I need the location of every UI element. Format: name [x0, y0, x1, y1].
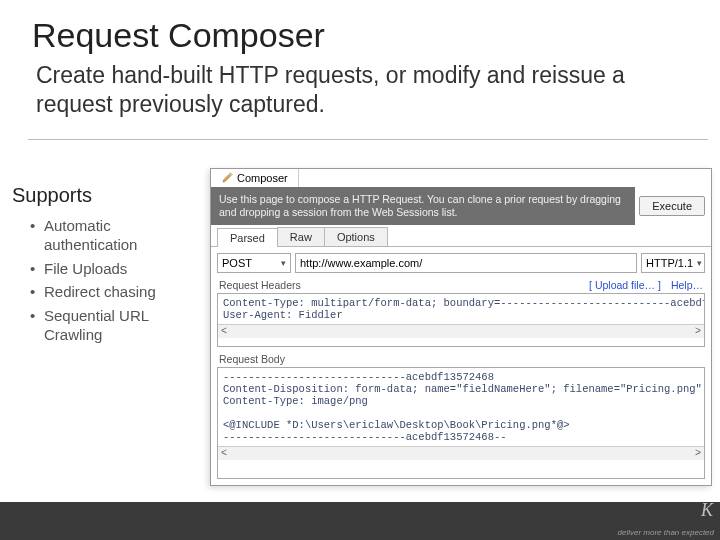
brand-mark-icon: K — [701, 500, 713, 521]
request-body-box[interactable]: -----------------------------acebdf13572… — [217, 367, 705, 479]
footer-bar: K deliver more than expected — [0, 502, 720, 540]
supports-heading: Supports — [12, 184, 202, 207]
composer-panel: Composer Use this page to compose a HTTP… — [210, 168, 712, 486]
divider — [28, 139, 708, 140]
hint-row: Use this page to compose a HTTP Request.… — [211, 187, 711, 225]
http-protocol-select[interactable]: HTTP/1.1 ▾ — [641, 253, 705, 273]
composer-tabstrip: Composer — [211, 169, 711, 187]
http-method-value: POST — [222, 257, 252, 269]
tab-options[interactable]: Options — [324, 227, 388, 246]
supports-list: Automatic authentication File Uploads Re… — [12, 217, 202, 345]
request-headers-label: Request Headers — [219, 279, 301, 291]
list-item: Redirect chasing — [30, 283, 202, 302]
tab-raw[interactable]: Raw — [277, 227, 325, 246]
http-method-select[interactable]: POST ▾ — [217, 253, 291, 273]
slide-subtitle: Create hand-built HTTP requests, or modi… — [0, 61, 720, 127]
url-input[interactable]: http://www.example.com/ — [295, 253, 637, 273]
list-item: Sequential URL Crawling — [30, 307, 202, 345]
scrollbar-horizontal[interactable]: < > — [218, 446, 704, 460]
footer-brand: K deliver more than expected — [618, 528, 715, 537]
chevron-down-icon: ▾ — [281, 258, 286, 268]
scroll-right-icon[interactable]: > — [695, 326, 701, 337]
headers-label-row: Request Headers [ Upload file… ] Help… — [211, 279, 711, 293]
tab-composer[interactable]: Composer — [211, 169, 299, 187]
url-row: POST ▾ http://www.example.com/ HTTP/1.1 … — [211, 247, 711, 279]
scroll-right-icon[interactable]: > — [695, 448, 701, 459]
http-protocol-value: HTTP/1.1 — [646, 257, 693, 269]
tab-composer-label: Composer — [237, 172, 288, 184]
tab-parsed[interactable]: Parsed — [217, 228, 278, 247]
execute-button[interactable]: Execute — [639, 196, 705, 216]
request-body-text[interactable]: -----------------------------acebdf13572… — [218, 368, 704, 446]
chevron-down-icon: ▾ — [697, 258, 702, 268]
scroll-left-icon[interactable]: < — [221, 448, 227, 459]
help-link[interactable]: Help… — [671, 279, 703, 291]
list-item: File Uploads — [30, 260, 202, 279]
url-value: http://www.example.com/ — [300, 257, 422, 269]
scrollbar-horizontal[interactable]: < > — [218, 324, 704, 338]
slide-title: Request Composer — [0, 0, 720, 61]
hint-text: Use this page to compose a HTTP Request.… — [211, 187, 635, 225]
footer-tagline: deliver more than expected — [618, 528, 715, 537]
request-headers-box[interactable]: Content-Type: multipart/form-data; bound… — [217, 293, 705, 347]
subtab-strip: Parsed Raw Options — [211, 225, 711, 247]
request-body-label: Request Body — [211, 353, 711, 367]
scroll-left-icon[interactable]: < — [221, 326, 227, 337]
request-headers-text[interactable]: Content-Type: multipart/form-data; bound… — [218, 294, 704, 324]
upload-file-link[interactable]: [ Upload file… ] — [589, 279, 661, 291]
supports-column: Supports Automatic authentication File U… — [12, 184, 202, 350]
pencil-icon — [221, 172, 233, 184]
list-item: Automatic authentication — [30, 217, 202, 255]
